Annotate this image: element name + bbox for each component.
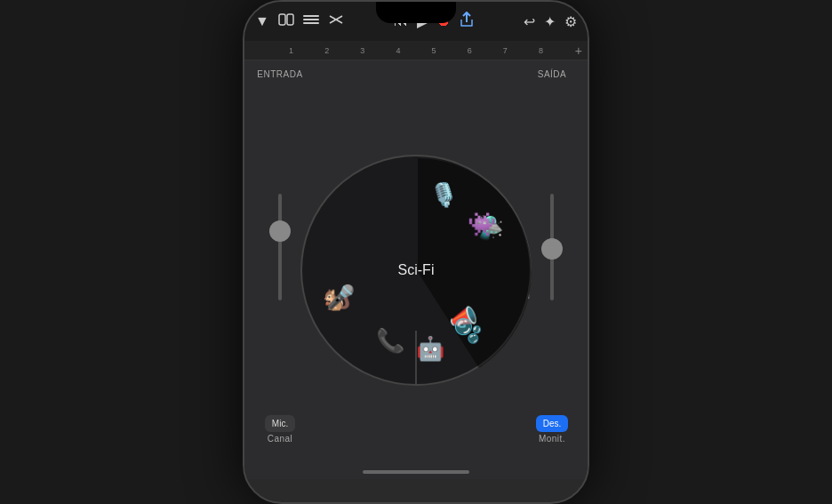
add-track-button[interactable]: + bbox=[575, 44, 582, 58]
ruler-mark-6: 6 bbox=[468, 46, 472, 55]
left-bottom-labels: Mic. Canal bbox=[265, 415, 295, 444]
ruler-mark-3: 3 bbox=[360, 46, 364, 55]
microphone2-icon[interactable]: 🎤 bbox=[326, 284, 355, 311]
right-bottom-labels: Des. Monit. bbox=[536, 415, 569, 444]
brightness-button[interactable]: ✦ bbox=[544, 13, 556, 30]
svg-rect-4 bbox=[303, 22, 319, 24]
svg-rect-3 bbox=[303, 19, 319, 20]
mixer-icon[interactable] bbox=[303, 13, 319, 29]
entrada-slider[interactable] bbox=[278, 194, 282, 300]
ruler-mark-5: 5 bbox=[432, 46, 436, 55]
entrada-slider-thumb[interactable] bbox=[269, 220, 291, 242]
ruler-mark-4: 4 bbox=[396, 46, 400, 55]
saida-slider[interactable] bbox=[550, 194, 554, 300]
saida-label: SAÍDA bbox=[538, 69, 567, 79]
entrada-slider-container bbox=[278, 79, 282, 415]
pointer-line bbox=[416, 331, 417, 384]
mic-button[interactable]: Mic. bbox=[265, 415, 295, 432]
microphone-icon[interactable]: 🎙️ bbox=[429, 180, 458, 208]
monster-icon[interactable]: 👾 bbox=[468, 210, 496, 237]
ruler-numbers: 1 2 3 4 5 6 7 8 bbox=[244, 46, 588, 55]
ruler-mark-2: 2 bbox=[324, 46, 329, 55]
undo-button[interactable]: ↩ bbox=[524, 13, 535, 30]
phone-frame: ▼ ⏮ ▶ bbox=[243, 0, 589, 504]
saida-slider-thumb[interactable] bbox=[541, 238, 563, 260]
des-button[interactable]: Des. bbox=[536, 415, 569, 432]
robot-icon[interactable]: 🤖 bbox=[416, 335, 444, 363]
ruler-mark-7: 7 bbox=[503, 46, 508, 55]
voice-changer-circle[interactable]: Sci-Fi 🛸 🎙️ 👾 🤖 🐿️ 🎤 📞 📣 🫧 bbox=[300, 155, 532, 386]
monit-label: Monit. bbox=[539, 434, 565, 444]
saida-slider-container bbox=[550, 79, 554, 415]
loop-icon[interactable] bbox=[278, 13, 294, 29]
toolbar-left: ▼ bbox=[255, 12, 344, 30]
main-area: ENTRADA Mic. Canal SAÍDA Des. Monit. bbox=[244, 60, 588, 479]
track-dropdown-icon[interactable]: ▼ bbox=[255, 13, 269, 29]
telephone-icon[interactable]: 📞 bbox=[376, 327, 404, 355]
ruler-mark-1: 1 bbox=[289, 46, 293, 55]
toolbar-right: ↩ ✦ ⚙ bbox=[524, 13, 577, 30]
home-indicator bbox=[363, 470, 469, 474]
bubble-icon[interactable]: 🫧 bbox=[453, 317, 482, 345]
notch bbox=[376, 2, 456, 23]
settings-button[interactable]: ⚙ bbox=[564, 13, 577, 30]
share-button[interactable] bbox=[460, 12, 474, 31]
tune-icon[interactable] bbox=[328, 12, 344, 30]
svg-rect-2 bbox=[303, 15, 319, 17]
ruler-mark-8: 8 bbox=[539, 46, 543, 55]
canal-label: Canal bbox=[268, 434, 293, 444]
svg-rect-0 bbox=[279, 14, 285, 25]
svg-rect-1 bbox=[287, 14, 293, 25]
entrada-label: ENTRADA bbox=[257, 69, 302, 79]
timeline-ruler: 1 2 3 4 5 6 7 8 + bbox=[244, 41, 588, 60]
